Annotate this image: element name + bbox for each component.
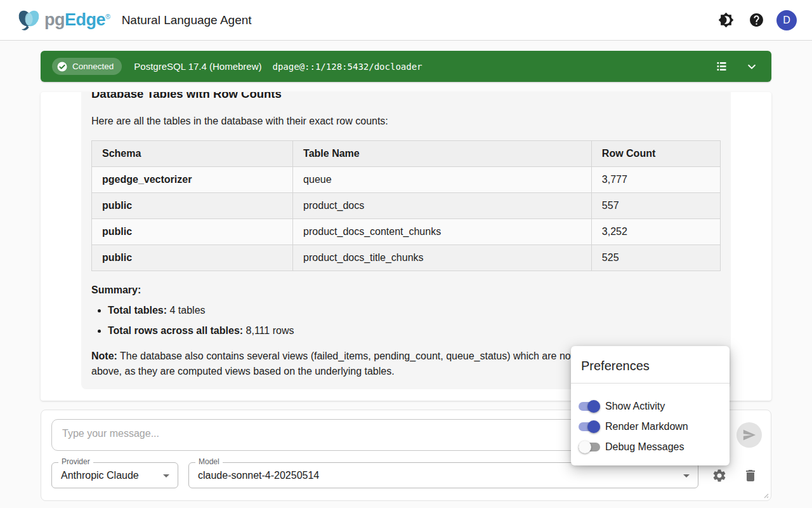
settings-button[interactable] bbox=[711, 467, 728, 484]
message-heading: Database Tables with Row Counts bbox=[91, 92, 721, 102]
toggle-switch[interactable] bbox=[579, 420, 600, 433]
preferences-toggle-list: Show Activity Render Markdown Debug Mess… bbox=[571, 384, 730, 457]
theme-toggle-button[interactable] bbox=[716, 10, 736, 30]
pgedge-logo-mark bbox=[15, 8, 43, 33]
clear-chat-button[interactable] bbox=[742, 467, 759, 484]
preference-toggle-show-activity[interactable]: Show Activity bbox=[579, 396, 722, 417]
note-label: Note: bbox=[91, 351, 117, 361]
help-button[interactable] bbox=[746, 10, 766, 30]
connection-expand-button[interactable] bbox=[743, 58, 760, 75]
table-row: publicproduct_docs_title_chunks525 bbox=[92, 245, 721, 271]
summary-label: Summary: bbox=[91, 284, 141, 295]
app-header: pgEdge® Natural Language Agent D bbox=[0, 0, 812, 41]
table-row: publicproduct_docs557 bbox=[92, 193, 721, 219]
column-header-row-count: Row Count bbox=[591, 141, 720, 167]
summary-list: Total tables: 4 tablesTotal rows across … bbox=[108, 303, 721, 338]
toggle-label: Show Activity bbox=[605, 401, 665, 412]
provider-select-label: Provider bbox=[58, 457, 93, 466]
provider-select[interactable]: Provider Anthropic Claude bbox=[51, 462, 178, 488]
brand-edge: Edge bbox=[65, 10, 105, 29]
resize-grip-icon[interactable] bbox=[761, 491, 769, 498]
preference-toggle-debug-messages[interactable]: Debug Messages bbox=[579, 437, 722, 457]
connection-bar: Connected PostgreSQL 17.4 (Homebrew) dpa… bbox=[41, 51, 771, 82]
connection-status-label: Connected bbox=[72, 62, 114, 71]
pgedge-logo: pgEdge® bbox=[15, 8, 110, 33]
help-icon bbox=[749, 12, 764, 28]
message-intro: Here are all the tables in the database … bbox=[91, 114, 721, 129]
results-table: Schema Table Name Row Count pgedge_vecto… bbox=[91, 140, 721, 271]
assistant-message: Database Tables with Row Counts Here are… bbox=[81, 92, 731, 389]
summary-item: Total rows across all tables: 8,111 rows bbox=[108, 323, 721, 338]
check-circle-icon bbox=[56, 61, 68, 72]
model-select-label: Model bbox=[195, 457, 223, 466]
trash-icon bbox=[743, 468, 758, 483]
gear-icon bbox=[712, 468, 727, 483]
model-select[interactable]: Model claude-sonnet-4-20250514 bbox=[188, 462, 698, 488]
avatar[interactable]: D bbox=[776, 10, 797, 30]
chevron-down-icon bbox=[746, 61, 757, 72]
connection-list-icon bbox=[715, 60, 728, 73]
table-row: publicproduct_docs_content_chunks3,252 bbox=[92, 219, 721, 245]
connection-string: dpage@::1/128:5432/docloader bbox=[273, 62, 422, 72]
toggle-switch[interactable] bbox=[579, 400, 600, 413]
connection-status-badge: Connected bbox=[52, 58, 122, 75]
send-button[interactable] bbox=[737, 422, 762, 448]
toggle-label: Debug Messages bbox=[605, 441, 684, 453]
header-actions: D bbox=[716, 10, 797, 30]
model-select-value: claude-sonnet-4-20250514 bbox=[198, 470, 319, 481]
table-header-row: Schema Table Name Row Count bbox=[92, 141, 721, 167]
preferences-title: Preferences bbox=[571, 358, 730, 374]
table-row: pgedge_vectorizerqueue3,777 bbox=[92, 167, 721, 193]
provider-select-value: Anthropic Claude bbox=[61, 470, 139, 481]
dropdown-caret-icon bbox=[679, 468, 694, 483]
results-table-body: pgedge_vectorizerqueue3,777publicproduct… bbox=[92, 167, 721, 271]
toggle-switch[interactable] bbox=[579, 441, 600, 453]
preference-toggle-render-markdown[interactable]: Render Markdown bbox=[579, 417, 722, 437]
send-icon bbox=[742, 428, 756, 442]
server-version-label: PostgreSQL 17.4 (Homebrew) bbox=[134, 61, 261, 72]
brand-pg: pg bbox=[44, 10, 65, 29]
column-header-table-name: Table Name bbox=[293, 141, 592, 167]
column-header-schema: Schema bbox=[92, 141, 293, 167]
connection-list-button[interactable] bbox=[713, 58, 730, 75]
summary-item: Total tables: 4 tables bbox=[108, 303, 721, 318]
dropdown-caret-icon bbox=[159, 468, 174, 483]
preferences-popup: Preferences Show Activity Render Markdow… bbox=[571, 346, 730, 465]
theme-toggle-icon bbox=[718, 12, 734, 28]
toggle-label: Render Markdown bbox=[605, 421, 688, 432]
page-title: Natural Language Agent bbox=[122, 13, 252, 27]
brand-registered-mark: ® bbox=[105, 13, 110, 20]
